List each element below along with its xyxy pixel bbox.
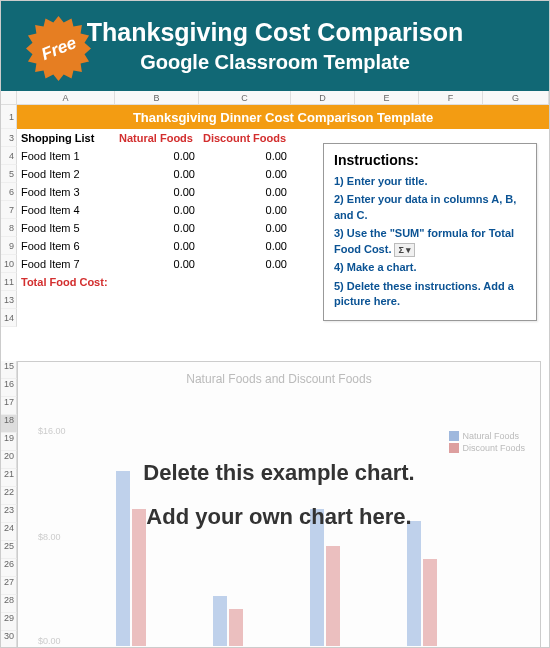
item-name[interactable]: Food Item 5 (17, 219, 115, 237)
row-num[interactable]: 11 (1, 273, 17, 291)
instructions-box: Instructions: 1) Enter your title. 2) En… (323, 143, 537, 321)
item-name[interactable]: Food Item 3 (17, 183, 115, 201)
natural-price[interactable]: 0.00 (115, 255, 199, 273)
item-name[interactable]: Food Item 4 (17, 201, 115, 219)
row-num[interactable]: 1 (1, 105, 17, 129)
row-num[interactable]: 19 (1, 433, 17, 451)
corner-cell (1, 91, 17, 104)
discount-price[interactable]: 0.00 (199, 165, 291, 183)
discount-price[interactable]: 0.00 (199, 255, 291, 273)
head-b[interactable]: Natural Foods (115, 129, 199, 147)
natural-price[interactable]: 0.00 (115, 201, 199, 219)
chart-title: Natural Foods and Discount Foods (18, 362, 540, 396)
instructions-title: Instructions: (334, 152, 526, 168)
sigma-icon: Σ ▾ (394, 243, 415, 258)
discount-price[interactable]: 0.00 (199, 147, 291, 165)
row-num[interactable]: 16 (1, 379, 17, 397)
row-num[interactable]: 29 (1, 613, 17, 631)
item-name[interactable]: Food Item 1 (17, 147, 115, 165)
row-num[interactable]: 14 (1, 309, 17, 327)
row-num[interactable]: 25 (1, 541, 17, 559)
header-subtitle: Google Classroom Template (140, 51, 410, 74)
spreadsheet: A B C D E F G 1 Thanksgiving Dinner Cost… (1, 91, 549, 327)
row-num[interactable]: 28 (1, 595, 17, 613)
instruction-step: 4) Make a chart. (334, 260, 526, 275)
row-num[interactable]: 7 (1, 201, 17, 219)
row-num[interactable]: 13 (1, 291, 17, 309)
bar-discount (229, 609, 243, 647)
total-label[interactable]: Total Food Cost: (17, 273, 115, 291)
bar-natural (213, 596, 227, 646)
col-a[interactable]: A (17, 91, 115, 104)
overlay-line: Add your own chart here. (18, 504, 540, 530)
discount-price[interactable]: 0.00 (199, 183, 291, 201)
row-num[interactable]: 3 (1, 129, 17, 147)
row-num[interactable]: 21 (1, 469, 17, 487)
row-num[interactable]: 9 (1, 237, 17, 255)
discount-price[interactable]: 0.00 (199, 237, 291, 255)
instruction-step: 2) Enter your data in columns A, B, and … (334, 192, 526, 223)
row-num[interactable]: 23 (1, 505, 17, 523)
bar-discount (423, 559, 437, 647)
bar-group: Cornbread Pie (203, 596, 253, 646)
sheet-title[interactable]: Thanksgiving Dinner Cost Comparison Temp… (17, 105, 549, 129)
cell[interactable] (115, 273, 199, 291)
chart-overlay: Delete this example chart. Add your own … (18, 442, 540, 548)
column-headers: A B C D E F G (1, 91, 549, 105)
row-num[interactable]: 26 (1, 559, 17, 577)
header-title: Thanksgiving Cost Comparison (87, 18, 463, 47)
natural-price[interactable]: 0.00 (115, 147, 199, 165)
row-num[interactable]: 15 (1, 361, 17, 379)
row-num[interactable]: 24 (1, 523, 17, 541)
item-name[interactable]: Food Item 6 (17, 237, 115, 255)
row-num[interactable]: 17 (1, 397, 17, 415)
row-nums-chart: 1516171819202122232425262728293031323334 (1, 361, 17, 648)
header-banner: Free Thanksgiving Cost Comparison Google… (1, 1, 549, 91)
col-d[interactable]: D (291, 91, 355, 104)
row-num[interactable]: 27 (1, 577, 17, 595)
head-c[interactable]: Discount Foods (199, 129, 291, 147)
row-num[interactable]: 18 (1, 415, 17, 433)
natural-price[interactable]: 0.00 (115, 219, 199, 237)
instruction-step: 1) Enter your title. (334, 174, 526, 189)
discount-price[interactable]: 0.00 (199, 201, 291, 219)
instruction-step: 5) Delete these instructions. Add a pict… (334, 279, 526, 310)
row-num[interactable]: 10 (1, 255, 17, 273)
instruction-step: 3) Use the "SUM" formula for Total Food … (334, 226, 526, 257)
row-num[interactable]: 5 (1, 165, 17, 183)
col-b[interactable]: B (115, 91, 199, 104)
overlay-line: Delete this example chart. (18, 460, 540, 486)
item-name[interactable]: Food Item 7 (17, 255, 115, 273)
col-c[interactable]: C (199, 91, 291, 104)
free-badge: Free (26, 16, 91, 81)
natural-price[interactable]: 0.00 (115, 165, 199, 183)
row-num[interactable]: 30 (1, 631, 17, 648)
head-a[interactable]: Shopping List (17, 129, 115, 147)
row-num[interactable]: 20 (1, 451, 17, 469)
col-e[interactable]: E (355, 91, 419, 104)
discount-price[interactable]: 0.00 (199, 219, 291, 237)
row-num[interactable]: 22 (1, 487, 17, 505)
title-row: 1 Thanksgiving Dinner Cost Comparison Te… (1, 105, 549, 129)
natural-price[interactable]: 0.00 (115, 237, 199, 255)
item-name[interactable]: Food Item 2 (17, 165, 115, 183)
col-f[interactable]: F (419, 91, 483, 104)
cell[interactable] (199, 273, 291, 291)
row-num[interactable]: 4 (1, 147, 17, 165)
col-g[interactable]: G (483, 91, 549, 104)
row-num[interactable]: 8 (1, 219, 17, 237)
row-num[interactable]: 6 (1, 183, 17, 201)
example-chart[interactable]: Natural Foods and Discount Foods Natural… (17, 361, 541, 648)
bar-discount (326, 546, 340, 646)
natural-price[interactable]: 0.00 (115, 183, 199, 201)
